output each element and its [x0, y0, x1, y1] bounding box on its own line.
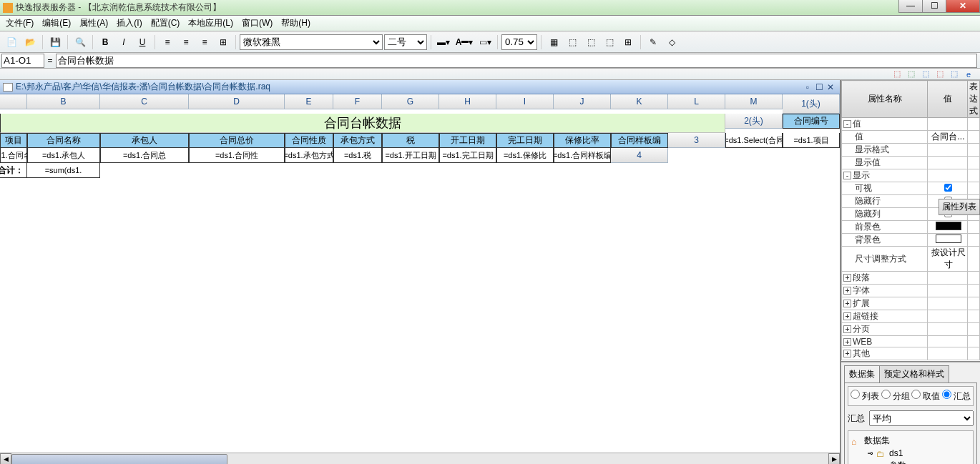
prop-value-15[interactable] [928, 323, 968, 336]
prop-expr-16[interactable] [968, 336, 980, 347]
align-center-button[interactable]: ≡ [177, 34, 195, 51]
menu-attr[interactable]: 属性(A) [77, 16, 111, 31]
prop-name-11[interactable]: +段落 [842, 272, 928, 285]
data-cell-11[interactable]: =ds1.合同样板编 [554, 148, 611, 163]
prop-name-8[interactable]: 前景色 [842, 221, 928, 234]
header-5[interactable]: 合同性质 [285, 133, 333, 148]
row-head-4[interactable]: 4 [611, 148, 668, 163]
aggregate-select[interactable]: 平均 [869, 410, 974, 426]
col-head-L[interactable]: L [668, 94, 725, 109]
prop-name-15[interactable]: +分页 [842, 323, 928, 336]
preview-word-icon[interactable]: ⬚ [949, 69, 960, 79]
preview-ie-icon[interactable]: e [963, 69, 974, 79]
sum-label[interactable]: 合计： [0, 163, 27, 178]
prop-value-10[interactable]: 按设计尺寸 [928, 247, 968, 272]
prop-name-9[interactable]: 背景色 [842, 234, 928, 247]
tree-node-ds1[interactable]: ⊸🗀ds1 [851, 448, 970, 459]
prop-expr-0[interactable] [968, 118, 980, 131]
prop-name-3[interactable]: 显示值 [842, 157, 928, 169]
prop-expr-11[interactable] [968, 272, 980, 285]
header-2[interactable]: 合同名称 [27, 133, 100, 148]
prop-name-6[interactable]: 隐藏行 [842, 195, 928, 208]
prop-expr-8[interactable] [968, 221, 980, 234]
prop-value-9[interactable] [928, 234, 968, 247]
scroll-left-arrow[interactable]: ◀ [0, 453, 11, 464]
prop-expr-14[interactable] [968, 310, 980, 323]
maximize-button[interactable]: ☐ [922, 0, 946, 13]
prop-expr-4[interactable] [968, 169, 980, 182]
col-head-K[interactable]: K [611, 94, 668, 109]
prop-name-4[interactable]: -显示 [842, 169, 928, 182]
font-select[interactable]: 微软雅黑 [240, 34, 383, 50]
tree-node-params[interactable]: ⊸🗀参数 [851, 459, 970, 464]
col-head-E[interactable]: E [285, 94, 333, 109]
data-cell-4[interactable]: =ds1.合同总 [100, 148, 189, 163]
header-3[interactable]: 承包人 [100, 133, 189, 148]
align-left-button[interactable]: ≡ [159, 34, 176, 51]
data-cell-9[interactable]: =ds1.完工日期 [439, 148, 496, 163]
header-11[interactable]: 合同样板编 [611, 133, 668, 148]
data-cell-7[interactable]: =ds1.税 [333, 148, 382, 163]
header-6[interactable]: 承包方式 [333, 133, 382, 148]
prop-value-12[interactable] [928, 285, 968, 297]
prop-name-10[interactable]: 尺寸调整方式 [842, 247, 928, 272]
minimize-button[interactable]: — [898, 0, 923, 13]
prop-value-8[interactable] [928, 221, 968, 234]
border-color-button[interactable]: ▭▾ [476, 34, 494, 51]
menu-config[interactable]: 配置(C) [148, 16, 183, 31]
prop-value-13[interactable] [928, 297, 968, 310]
radio-list[interactable]: 列表 [851, 390, 879, 403]
prop-name-7[interactable]: 隐藏列 [842, 208, 928, 221]
prop-expr-10[interactable] [968, 247, 980, 272]
prop-expr-2[interactable] [968, 144, 980, 157]
preview-html-icon[interactable]: ⬚ [920, 69, 931, 79]
blank-cell[interactable] [783, 148, 840, 163]
blank-cell[interactable] [100, 163, 189, 178]
preview-flash-icon[interactable]: ⬚ [934, 69, 946, 79]
data-cell-2[interactable]: =ds1.合同名称 [0, 148, 27, 163]
data-cell-0[interactable]: =ds1.Select(合同 [725, 133, 783, 148]
prop-value-4[interactable] [928, 169, 968, 182]
valign-mid-button[interactable]: ⬚ [582, 34, 599, 51]
radio-group[interactable]: 分组 [881, 390, 910, 403]
header-0[interactable]: 合同编号 [783, 114, 840, 129]
save-button[interactable]: 💾 [46, 34, 64, 51]
prop-expr-9[interactable] [968, 234, 980, 247]
header-4[interactable]: 合同总价 [189, 133, 285, 148]
open-button[interactable]: 📂 [21, 34, 39, 51]
data-cell-8[interactable]: =ds1.开工日期 [382, 148, 439, 163]
col-head-H[interactable]: H [439, 94, 496, 109]
menu-window[interactable]: 窗口(W) [239, 16, 275, 31]
prop-name-5[interactable]: 可视 [842, 182, 928, 195]
prop-expr-15[interactable] [968, 323, 980, 336]
data-cell-1[interactable]: =ds1.项目 [783, 133, 840, 148]
blank-cell[interactable] [285, 163, 333, 178]
blank-cell[interactable] [189, 163, 285, 178]
property-list-tab[interactable]: 属性列表 [939, 199, 980, 215]
menu-file[interactable]: 文件(F) [3, 16, 36, 31]
tab-dataset[interactable]: 数据集 [844, 365, 880, 382]
header-1[interactable]: 项目 [0, 133, 27, 148]
menu-help[interactable]: 帮助(H) [278, 16, 313, 31]
header-8[interactable]: 开工日期 [439, 133, 496, 148]
prop-value-2[interactable] [928, 144, 968, 157]
prop-value-5[interactable] [928, 182, 968, 195]
horizontal-scrollbar[interactable]: ◀ ▶ [0, 453, 840, 464]
prop-expr-5[interactable] [968, 182, 980, 195]
header-10[interactable]: 保修比率 [554, 133, 611, 148]
prop-name-17[interactable]: +其他 [842, 347, 928, 360]
blank-cell[interactable] [496, 163, 554, 178]
doc-max-icon[interactable]: ☐ [814, 83, 824, 92]
blank-cell[interactable] [668, 148, 725, 163]
sum-formula[interactable]: =sum(ds1. [27, 163, 100, 178]
header-9[interactable]: 完工日期 [496, 133, 554, 148]
data-cell-10[interactable]: =ds1.保修比 [496, 148, 554, 163]
close-button[interactable]: ✕ [946, 0, 980, 13]
col-head-D[interactable]: D [189, 94, 285, 109]
blank-cell[interactable] [333, 163, 382, 178]
fill-color-button[interactable]: ▬▾ [435, 34, 452, 51]
prop-expr-12[interactable] [968, 285, 980, 297]
blank-cell[interactable] [382, 163, 439, 178]
scroll-right-arrow[interactable]: ▶ [828, 453, 840, 464]
size-select[interactable]: 二号 [384, 34, 427, 50]
